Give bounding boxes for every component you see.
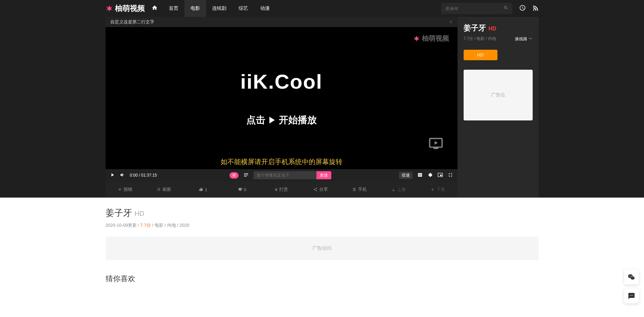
butterfly-icon — [413, 35, 420, 42]
info-meta: 2020-10-09更新 / 7.7分 / 电影 / 内地 / 2020 — [106, 222, 539, 228]
volume-icon[interactable] — [120, 172, 125, 179]
prev-episode[interactable]: ▲ 上集 — [379, 186, 418, 193]
nav-home[interactable]: 首页 — [163, 0, 184, 17]
video-player[interactable]: 柚萌视频 iiK.Cool 点击 开始播放 如不能横屏请开启手机系统中的屏幕旋转 — [106, 27, 458, 169]
send-button[interactable]: 发送 — [316, 171, 331, 179]
movie-title: 姜子牙 HD — [464, 23, 533, 33]
player-toolbar: 报错 刷新 1 0 ¥ 打赏 — [106, 181, 458, 198]
player-controls: 0:00 / 01:37:15 弹 发送 倍速 — [106, 169, 458, 181]
next-episode[interactable]: ▼ 下集 — [418, 186, 458, 193]
ad-placeholder: 广告位 — [464, 70, 533, 120]
fullscreen-icon[interactable] — [448, 172, 453, 179]
play-button[interactable] — [110, 172, 115, 179]
nav-anime[interactable]: 动漫 — [254, 0, 276, 17]
butterfly-icon — [106, 5, 113, 12]
recommendations-title: 猜你喜欢 — [106, 274, 539, 284]
comment-button[interactable] — [624, 289, 639, 293]
tv-icon — [428, 136, 444, 152]
rss-icon[interactable] — [532, 4, 539, 13]
comment-icon — [628, 292, 635, 293]
episode-button[interactable]: HD — [464, 50, 497, 60]
notice-bar: 自定义这是第二行文字 × — [106, 17, 458, 27]
episode-list: HD — [464, 50, 533, 60]
settings-icon[interactable] — [427, 172, 433, 179]
time-display: 0:00 / 01:37:15 — [130, 173, 157, 178]
play-icon — [269, 117, 275, 123]
quality-label: HD — [135, 210, 145, 218]
float-buttons — [624, 270, 639, 293]
chevron-down-icon: ﹀ — [529, 37, 533, 41]
share-button[interactable]: 分享 — [301, 186, 340, 193]
history-icon[interactable] — [519, 4, 526, 13]
play-hint: 点击 开始播放 — [246, 114, 317, 127]
ad-banner: 广告位01 — [106, 236, 539, 260]
search-box — [441, 3, 512, 14]
search-icon[interactable] — [504, 5, 508, 12]
mobile-button[interactable]: 手机 — [340, 186, 379, 193]
search-input[interactable] — [445, 6, 504, 11]
like-button[interactable]: 1 — [184, 187, 223, 192]
nav-series[interactable]: 连续剧 — [206, 0, 232, 17]
score: 7.7分 — [140, 223, 151, 228]
quality-badge: HD — [489, 26, 496, 32]
nav-variety[interactable]: 综艺 — [232, 0, 254, 17]
dislike-button[interactable]: 0 — [223, 187, 262, 192]
danmu-toggle[interactable]: 弹 — [229, 172, 239, 179]
logo-text: 柚萌视频 — [115, 3, 145, 14]
rotation-hint: 如不能横屏请开启手机系统中的屏幕旋转 — [221, 157, 342, 166]
speed-button[interactable]: 倍速 — [399, 172, 413, 179]
page-title: 姜子牙 HD — [106, 207, 539, 219]
subtitle-icon[interactable] — [417, 172, 423, 179]
report-button[interactable]: 报错 — [106, 186, 145, 193]
wechat-button[interactable] — [624, 270, 639, 285]
home-icon[interactable] — [147, 5, 163, 12]
reward-button[interactable]: ¥ 打赏 — [262, 186, 301, 193]
wechat-icon — [628, 273, 635, 281]
refresh-button[interactable]: 刷新 — [145, 186, 184, 193]
player-center-text: iiK.Cool — [240, 70, 323, 93]
danmu-settings-icon[interactable] — [243, 172, 249, 179]
close-icon[interactable]: × — [449, 19, 453, 26]
watermark: 柚萌视频 — [413, 34, 449, 43]
danmu-input-wrap: 发送 — [253, 171, 331, 179]
pip-icon[interactable] — [438, 172, 443, 179]
notice-text: 自定义这是第二行文字 — [110, 19, 154, 25]
main-nav: 首页 电影 连续剧 综艺 动漫 — [163, 0, 276, 17]
nav-movie[interactable]: 电影 — [184, 0, 206, 17]
site-logo[interactable]: 柚萌视频 — [106, 3, 145, 14]
danmu-input[interactable] — [253, 173, 316, 178]
side-panel: 姜子牙 HD 7.7分 / 电影 / 内地 换线路 ﹀ HD 广告位 — [458, 17, 539, 198]
route-switch[interactable]: 换线路 ﹀ — [515, 36, 532, 42]
